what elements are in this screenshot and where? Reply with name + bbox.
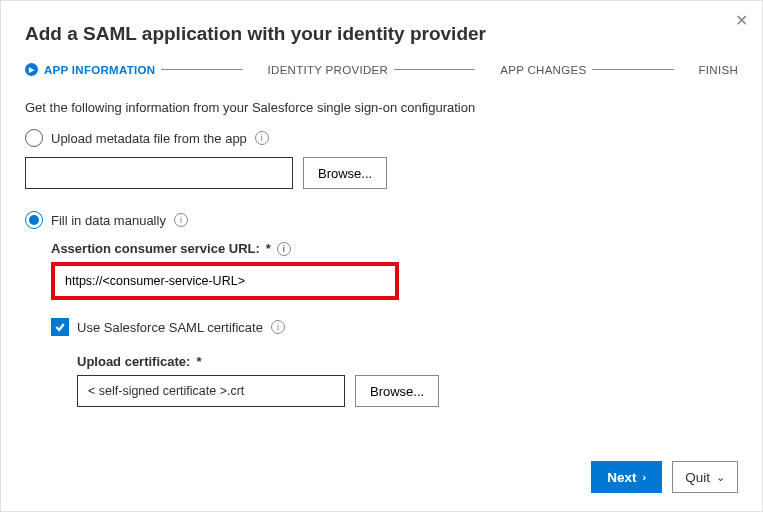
close-icon[interactable]: ✕ (730, 9, 752, 31)
browse-cert-button[interactable]: Browse... (355, 375, 439, 407)
browse-metadata-button[interactable]: Browse... (303, 157, 387, 189)
cert-file-value: < self-signed certificate >.crt (88, 384, 244, 398)
step-app-changes[interactable]: APP CHANGES (481, 63, 586, 76)
dialog-title: Add a SAML application with your identit… (25, 23, 738, 45)
required-mark: * (196, 354, 201, 369)
step-divider (161, 69, 242, 70)
chevron-right-icon: › (643, 471, 647, 483)
label-text: Assertion consumer service URL: (51, 241, 260, 256)
wizard-stepper: ▶ APP INFORMATION IDENTITY PROVIDER APP … (25, 63, 738, 76)
radio-upload-metadata[interactable] (25, 129, 43, 147)
metadata-file-row: Browse... (25, 157, 738, 189)
quit-button[interactable]: Quit ⌄ (672, 461, 738, 493)
info-icon[interactable]: i (255, 131, 269, 145)
step-finish[interactable]: FINISH (680, 63, 739, 76)
radio-fill-manually[interactable] (25, 211, 43, 229)
label-text: Upload certificate: (77, 354, 190, 369)
step-label: IDENTITY PROVIDER (268, 64, 389, 76)
close-glyph: ✕ (735, 11, 748, 30)
metadata-file-input[interactable] (25, 157, 293, 189)
info-icon[interactable]: i (174, 213, 188, 227)
acs-url-input[interactable] (55, 266, 395, 296)
step-label: APP CHANGES (500, 64, 586, 76)
info-icon[interactable]: i (277, 242, 291, 256)
check-icon (54, 321, 66, 333)
dialog-footer: Next › Quit ⌄ (591, 461, 738, 493)
option-fill-manually[interactable]: Fill in data manually i (25, 211, 738, 229)
use-salesforce-cert-checkbox[interactable] (51, 318, 69, 336)
acs-url-highlight (51, 262, 399, 300)
step-divider (592, 69, 673, 70)
intro-text: Get the following information from your … (25, 100, 738, 115)
option-upload-metadata[interactable]: Upload metadata file from the app i (25, 129, 738, 147)
option-label: Fill in data manually (51, 213, 166, 228)
upload-cert-label: Upload certificate: * (77, 354, 738, 369)
step-app-information[interactable]: ▶ APP INFORMATION (25, 63, 155, 76)
step-label: FINISH (699, 64, 739, 76)
step-identity-provider[interactable]: IDENTITY PROVIDER (249, 63, 389, 76)
chevron-down-icon: ⌄ (716, 471, 725, 484)
checkbox-label: Use Salesforce SAML certificate (77, 320, 263, 335)
step-active-icon: ▶ (25, 63, 38, 76)
step-label: APP INFORMATION (44, 64, 155, 76)
cert-file-input[interactable]: < self-signed certificate >.crt (77, 375, 345, 407)
info-icon[interactable]: i (271, 320, 285, 334)
option-label: Upload metadata file from the app (51, 131, 247, 146)
button-label: Quit (685, 470, 710, 485)
acs-url-label: Assertion consumer service URL: * i (51, 241, 738, 256)
step-divider (394, 69, 475, 70)
required-mark: * (266, 241, 271, 256)
button-label: Next (607, 470, 636, 485)
use-salesforce-cert-row[interactable]: Use Salesforce SAML certificate i (51, 318, 738, 336)
next-button[interactable]: Next › (591, 461, 662, 493)
